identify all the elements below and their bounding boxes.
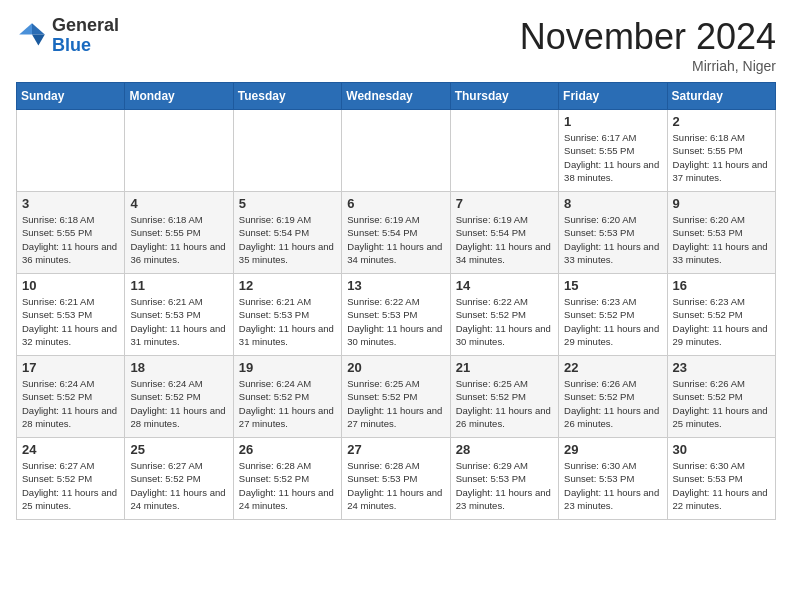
day-number: 25: [130, 442, 227, 457]
logo-general: General: [52, 15, 119, 35]
calendar-header-sunday: Sunday: [17, 83, 125, 110]
calendar-cell: 11Sunrise: 6:21 AM Sunset: 5:53 PM Dayli…: [125, 274, 233, 356]
calendar-week-2: 3Sunrise: 6:18 AM Sunset: 5:55 PM Daylig…: [17, 192, 776, 274]
calendar-cell: 20Sunrise: 6:25 AM Sunset: 5:52 PM Dayli…: [342, 356, 450, 438]
day-number: 7: [456, 196, 553, 211]
calendar-header-monday: Monday: [125, 83, 233, 110]
day-number: 21: [456, 360, 553, 375]
day-number: 20: [347, 360, 444, 375]
day-info: Sunrise: 6:21 AM Sunset: 5:53 PM Dayligh…: [130, 295, 227, 348]
logo-blue: Blue: [52, 35, 91, 55]
day-number: 18: [130, 360, 227, 375]
day-info: Sunrise: 6:26 AM Sunset: 5:52 PM Dayligh…: [564, 377, 661, 430]
calendar-cell: 1Sunrise: 6:17 AM Sunset: 5:55 PM Daylig…: [559, 110, 667, 192]
calendar-cell: 27Sunrise: 6:28 AM Sunset: 5:53 PM Dayli…: [342, 438, 450, 520]
logo-icon: [16, 20, 48, 52]
day-info: Sunrise: 6:29 AM Sunset: 5:53 PM Dayligh…: [456, 459, 553, 512]
day-info: Sunrise: 6:19 AM Sunset: 5:54 PM Dayligh…: [347, 213, 444, 266]
calendar-header-tuesday: Tuesday: [233, 83, 341, 110]
day-number: 4: [130, 196, 227, 211]
calendar-cell: 23Sunrise: 6:26 AM Sunset: 5:52 PM Dayli…: [667, 356, 775, 438]
calendar-cell: 29Sunrise: 6:30 AM Sunset: 5:53 PM Dayli…: [559, 438, 667, 520]
day-info: Sunrise: 6:18 AM Sunset: 5:55 PM Dayligh…: [130, 213, 227, 266]
day-info: Sunrise: 6:23 AM Sunset: 5:52 PM Dayligh…: [564, 295, 661, 348]
day-number: 1: [564, 114, 661, 129]
day-info: Sunrise: 6:23 AM Sunset: 5:52 PM Dayligh…: [673, 295, 770, 348]
calendar-cell: [233, 110, 341, 192]
calendar-cell: [342, 110, 450, 192]
day-info: Sunrise: 6:25 AM Sunset: 5:52 PM Dayligh…: [456, 377, 553, 430]
calendar-cell: 3Sunrise: 6:18 AM Sunset: 5:55 PM Daylig…: [17, 192, 125, 274]
calendar-week-5: 24Sunrise: 6:27 AM Sunset: 5:52 PM Dayli…: [17, 438, 776, 520]
day-number: 14: [456, 278, 553, 293]
calendar-week-1: 1Sunrise: 6:17 AM Sunset: 5:55 PM Daylig…: [17, 110, 776, 192]
calendar-cell: 22Sunrise: 6:26 AM Sunset: 5:52 PM Dayli…: [559, 356, 667, 438]
day-number: 6: [347, 196, 444, 211]
calendar-cell: 18Sunrise: 6:24 AM Sunset: 5:52 PM Dayli…: [125, 356, 233, 438]
day-info: Sunrise: 6:30 AM Sunset: 5:53 PM Dayligh…: [564, 459, 661, 512]
calendar-cell: 19Sunrise: 6:24 AM Sunset: 5:52 PM Dayli…: [233, 356, 341, 438]
day-info: Sunrise: 6:26 AM Sunset: 5:52 PM Dayligh…: [673, 377, 770, 430]
day-number: 15: [564, 278, 661, 293]
day-number: 30: [673, 442, 770, 457]
svg-marker-0: [32, 23, 45, 34]
day-info: Sunrise: 6:17 AM Sunset: 5:55 PM Dayligh…: [564, 131, 661, 184]
calendar-cell: 10Sunrise: 6:21 AM Sunset: 5:53 PM Dayli…: [17, 274, 125, 356]
calendar-header-wednesday: Wednesday: [342, 83, 450, 110]
day-number: 5: [239, 196, 336, 211]
day-number: 19: [239, 360, 336, 375]
day-info: Sunrise: 6:28 AM Sunset: 5:53 PM Dayligh…: [347, 459, 444, 512]
day-info: Sunrise: 6:28 AM Sunset: 5:52 PM Dayligh…: [239, 459, 336, 512]
calendar-week-3: 10Sunrise: 6:21 AM Sunset: 5:53 PM Dayli…: [17, 274, 776, 356]
calendar-week-4: 17Sunrise: 6:24 AM Sunset: 5:52 PM Dayli…: [17, 356, 776, 438]
calendar-cell: 25Sunrise: 6:27 AM Sunset: 5:52 PM Dayli…: [125, 438, 233, 520]
day-info: Sunrise: 6:18 AM Sunset: 5:55 PM Dayligh…: [673, 131, 770, 184]
day-number: 11: [130, 278, 227, 293]
day-info: Sunrise: 6:20 AM Sunset: 5:53 PM Dayligh…: [673, 213, 770, 266]
calendar-cell: 12Sunrise: 6:21 AM Sunset: 5:53 PM Dayli…: [233, 274, 341, 356]
day-number: 10: [22, 278, 119, 293]
day-number: 29: [564, 442, 661, 457]
calendar-cell: 15Sunrise: 6:23 AM Sunset: 5:52 PM Dayli…: [559, 274, 667, 356]
calendar-cell: 21Sunrise: 6:25 AM Sunset: 5:52 PM Dayli…: [450, 356, 558, 438]
day-number: 2: [673, 114, 770, 129]
calendar-cell: 13Sunrise: 6:22 AM Sunset: 5:53 PM Dayli…: [342, 274, 450, 356]
svg-marker-2: [19, 23, 32, 34]
day-number: 23: [673, 360, 770, 375]
calendar-cell: 30Sunrise: 6:30 AM Sunset: 5:53 PM Dayli…: [667, 438, 775, 520]
day-number: 9: [673, 196, 770, 211]
month-title: November 2024: [520, 16, 776, 58]
calendar: SundayMondayTuesdayWednesdayThursdayFrid…: [16, 82, 776, 520]
calendar-cell: [450, 110, 558, 192]
day-number: 3: [22, 196, 119, 211]
calendar-header-thursday: Thursday: [450, 83, 558, 110]
day-number: 8: [564, 196, 661, 211]
calendar-header-row: SundayMondayTuesdayWednesdayThursdayFrid…: [17, 83, 776, 110]
day-number: 12: [239, 278, 336, 293]
location: Mirriah, Niger: [520, 58, 776, 74]
day-info: Sunrise: 6:25 AM Sunset: 5:52 PM Dayligh…: [347, 377, 444, 430]
calendar-cell: 17Sunrise: 6:24 AM Sunset: 5:52 PM Dayli…: [17, 356, 125, 438]
calendar-cell: [125, 110, 233, 192]
day-number: 27: [347, 442, 444, 457]
day-info: Sunrise: 6:19 AM Sunset: 5:54 PM Dayligh…: [239, 213, 336, 266]
day-number: 24: [22, 442, 119, 457]
day-info: Sunrise: 6:21 AM Sunset: 5:53 PM Dayligh…: [22, 295, 119, 348]
day-info: Sunrise: 6:21 AM Sunset: 5:53 PM Dayligh…: [239, 295, 336, 348]
calendar-cell: 14Sunrise: 6:22 AM Sunset: 5:52 PM Dayli…: [450, 274, 558, 356]
calendar-cell: 9Sunrise: 6:20 AM Sunset: 5:53 PM Daylig…: [667, 192, 775, 274]
day-info: Sunrise: 6:30 AM Sunset: 5:53 PM Dayligh…: [673, 459, 770, 512]
day-number: 13: [347, 278, 444, 293]
calendar-cell: 5Sunrise: 6:19 AM Sunset: 5:54 PM Daylig…: [233, 192, 341, 274]
day-info: Sunrise: 6:22 AM Sunset: 5:52 PM Dayligh…: [456, 295, 553, 348]
calendar-cell: 26Sunrise: 6:28 AM Sunset: 5:52 PM Dayli…: [233, 438, 341, 520]
calendar-cell: 16Sunrise: 6:23 AM Sunset: 5:52 PM Dayli…: [667, 274, 775, 356]
day-info: Sunrise: 6:19 AM Sunset: 5:54 PM Dayligh…: [456, 213, 553, 266]
calendar-header-friday: Friday: [559, 83, 667, 110]
day-info: Sunrise: 6:24 AM Sunset: 5:52 PM Dayligh…: [130, 377, 227, 430]
calendar-cell: 6Sunrise: 6:19 AM Sunset: 5:54 PM Daylig…: [342, 192, 450, 274]
calendar-cell: 24Sunrise: 6:27 AM Sunset: 5:52 PM Dayli…: [17, 438, 125, 520]
calendar-header-saturday: Saturday: [667, 83, 775, 110]
day-info: Sunrise: 6:24 AM Sunset: 5:52 PM Dayligh…: [22, 377, 119, 430]
calendar-cell: 2Sunrise: 6:18 AM Sunset: 5:55 PM Daylig…: [667, 110, 775, 192]
